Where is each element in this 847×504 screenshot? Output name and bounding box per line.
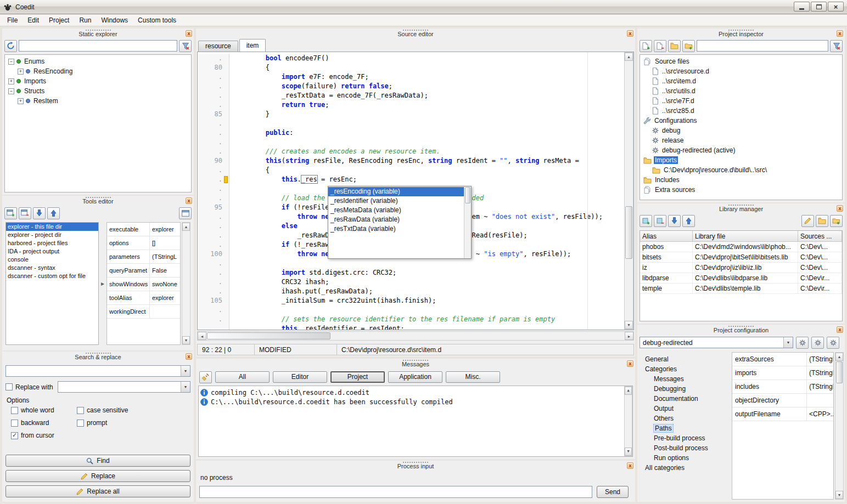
- open-folder-button[interactable]: [668, 40, 681, 52]
- tool-list-item[interactable]: explorer - this file dir: [6, 223, 98, 231]
- code-line[interactable]: . CRC32 ihash;: [198, 278, 624, 287]
- config-property-row[interactable]: extraSources(TStringL: [732, 353, 833, 366]
- tree-item[interactable]: ..\src\z85.d: [640, 106, 842, 116]
- category-item[interactable]: General: [640, 354, 731, 364]
- scrollbar-thumb[interactable]: [625, 206, 632, 259]
- remove-tool-button[interactable]: [19, 207, 31, 219]
- category-item[interactable]: Debugging: [640, 384, 731, 394]
- code-line[interactable]: . this._resIdentifier = resIdent;: [198, 324, 624, 330]
- property-value[interactable]: explorer: [150, 291, 180, 304]
- library-row[interactable]: phobosC:\Dev\dmd2\windows\lib\phob...C:\…: [640, 242, 842, 252]
- completion-scrollbar[interactable]: [464, 186, 471, 258]
- add-tool-button[interactable]: [4, 207, 17, 219]
- scroll-right-icon[interactable]: ►: [625, 332, 633, 340]
- move-down-button[interactable]: [33, 207, 46, 219]
- library-row[interactable]: libdparseC:\Dev\dlibs\libdparse.libC:\De…: [640, 273, 842, 284]
- menu-file[interactable]: File: [2, 15, 23, 25]
- option-prompt[interactable]: prompt: [77, 419, 190, 427]
- configuration-combo[interactable]: debug-redirected ▼: [640, 337, 793, 348]
- library-row[interactable]: izC:\Dev\dproj\iz\lib\iz.libC:\Dev\...: [640, 263, 842, 273]
- replace-with-checkbox[interactable]: [5, 383, 13, 390]
- code-line[interactable]: .: [198, 259, 624, 268]
- panel-grip[interactable]: [86, 353, 111, 354]
- scroll-left-icon[interactable]: ◄: [198, 332, 206, 340]
- code-line[interactable]: . import e7F: encode_7F;: [198, 72, 624, 82]
- checkbox[interactable]: [11, 420, 18, 427]
- minimize-button[interactable]: [794, 2, 810, 12]
- scroll-up-icon[interactable]: ▲: [625, 387, 632, 395]
- code-line[interactable]: . {: [198, 166, 624, 175]
- tree-item[interactable]: Configurations: [640, 116, 842, 126]
- move-up-button[interactable]: [47, 207, 60, 219]
- property-row[interactable]: toolAliasexplorer: [107, 291, 180, 305]
- filter-all[interactable]: All: [215, 371, 270, 383]
- add-folder-button[interactable]: [682, 40, 695, 52]
- tree-item[interactable]: −Structs: [6, 86, 191, 96]
- checkbox[interactable]: [11, 407, 18, 414]
- scrollbar-thumb[interactable]: [836, 361, 843, 383]
- menu-custom-tools[interactable]: Custom tools: [133, 15, 181, 25]
- panel-grip[interactable]: [728, 205, 754, 206]
- scroll-up-icon[interactable]: ▲: [182, 223, 190, 231]
- symbol-filter-input[interactable]: [19, 40, 177, 52]
- category-item[interactable]: All categories: [640, 463, 731, 473]
- checkbox[interactable]: [77, 407, 84, 414]
- add-source-button[interactable]: [640, 40, 652, 52]
- close-button[interactable]: ×: [828, 2, 844, 12]
- collapse-icon[interactable]: −: [8, 88, 14, 94]
- property-value[interactable]: explorer: [150, 223, 180, 236]
- code-line[interactable]: . /// creates and encodes a new resource…: [198, 147, 624, 156]
- add-library-button[interactable]: [640, 215, 652, 227]
- column-header[interactable]: Library file: [693, 231, 798, 241]
- replace-all-button[interactable]: Replace all: [5, 485, 190, 497]
- property-value[interactable]: (TStringL: [807, 353, 833, 366]
- run-tool-button[interactable]: [179, 207, 192, 219]
- menu-edit[interactable]: Edit: [23, 15, 44, 25]
- panel-close-icon[interactable]: x: [186, 197, 192, 204]
- message-row[interactable]: compiling C:\...\build\resource.d.coedit: [199, 388, 632, 397]
- move-down-button[interactable]: [668, 215, 681, 227]
- category-item[interactable]: Categories: [640, 364, 731, 374]
- panel-grip[interactable]: [728, 326, 754, 327]
- library-row[interactable]: templeC:\Dev\dlibs\temple.libC:\Dev\r...: [640, 284, 842, 294]
- property-value[interactable]: <CPP>..: [807, 407, 833, 421]
- category-item[interactable]: Messages: [640, 374, 731, 384]
- filter-misc[interactable]: Misc.: [446, 371, 500, 383]
- remove-configuration-button[interactable]: [811, 337, 824, 349]
- tree-item[interactable]: debug: [640, 126, 842, 135]
- tree-item[interactable]: ..\src\item.d: [640, 76, 842, 86]
- property-value[interactable]: (TStringL: [807, 380, 833, 393]
- option-from-cursor[interactable]: from cursor: [11, 432, 77, 439]
- panel-close-icon[interactable]: x: [627, 360, 633, 367]
- category-item[interactable]: Pre-build process: [640, 433, 731, 443]
- category-item[interactable]: Post-build process: [640, 443, 731, 453]
- tool-list-item[interactable]: console: [6, 256, 98, 264]
- clear-messages-button[interactable]: [199, 371, 212, 383]
- tree-item[interactable]: Imports: [640, 155, 842, 165]
- property-row[interactable]: showWindowsswoNone: [107, 278, 180, 291]
- code-line[interactable]: . public:: [198, 128, 624, 138]
- library-row[interactable]: bitsetsC:\Dev\dproj\bitSet\lib\bitsets.l…: [640, 252, 842, 263]
- tool-list-item[interactable]: harbored - project files: [6, 239, 98, 247]
- expand-icon[interactable]: +: [8, 78, 14, 84]
- editor-vertical-scrollbar[interactable]: ▲ ▼: [624, 52, 633, 330]
- tree-item[interactable]: ..\src\e7F.d: [640, 96, 842, 106]
- tool-list-item[interactable]: explorer - project dir: [6, 231, 98, 239]
- panel-grip[interactable]: [728, 30, 754, 31]
- completion-item[interactable]: _resTxtData (variable): [328, 224, 464, 234]
- panel-close-icon[interactable]: x: [186, 353, 192, 360]
- tree-item[interactable]: +ResItem: [6, 96, 191, 106]
- filter-application[interactable]: Application: [388, 371, 442, 383]
- checkbox[interactable]: [77, 420, 84, 427]
- panel-grip[interactable]: [86, 30, 111, 31]
- code-line[interactable]: . return true;: [198, 100, 624, 110]
- chevron-down-icon[interactable]: ▼: [181, 366, 190, 376]
- category-item[interactable]: Documentation: [640, 394, 731, 404]
- tree-item[interactable]: −Enums: [6, 56, 191, 66]
- config-property-row[interactable]: imports(TStringL: [732, 366, 833, 380]
- refresh-button[interactable]: [4, 40, 17, 52]
- menu-windows[interactable]: Windows: [96, 15, 133, 25]
- panel-grip[interactable]: [403, 360, 428, 361]
- property-value[interactable]: False: [150, 264, 180, 277]
- tab-item[interactable]: item: [239, 39, 266, 52]
